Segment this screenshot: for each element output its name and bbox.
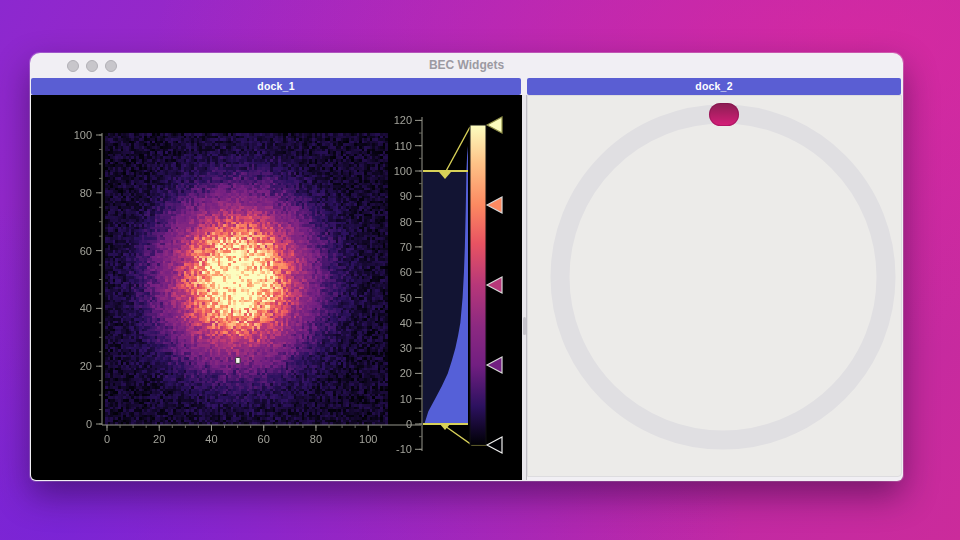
ring-track [560, 114, 886, 440]
gradient-tick-handle[interactable] [487, 277, 502, 293]
lut-tick-label: 10 [400, 393, 412, 405]
gradient-tick-handle[interactable] [487, 437, 502, 453]
lut-tick-label: 90 [400, 190, 412, 202]
x-tick-label: 40 [205, 433, 217, 445]
x-tick-label: 100 [359, 433, 377, 445]
lut-tick-label: 100 [394, 165, 412, 177]
level-connector-high [445, 127, 470, 173]
lut-tick-label: 20 [400, 367, 412, 379]
x-tick-label: 60 [258, 433, 270, 445]
lut-tick-label: 70 [400, 241, 412, 253]
dock1-plot-panel: 0204060801000204060801001201101009080706… [31, 95, 522, 480]
lut-tick-label: 40 [400, 317, 412, 329]
y-tick-label: 80 [80, 187, 92, 199]
lut-tick-label: 0 [406, 418, 412, 430]
desktop-background: BEC Widgets dock_1 dock_2 02040608010002… [0, 0, 960, 540]
dock2-title: dock_2 [695, 80, 732, 92]
gradient-colorbar[interactable] [470, 125, 486, 445]
dock1-title: dock_1 [257, 80, 294, 92]
gradient-tick-handle[interactable] [487, 357, 502, 373]
lut-tick-label: 30 [400, 342, 412, 354]
dock2-panel [527, 95, 902, 477]
gradient-tick-handle[interactable] [487, 197, 502, 213]
x-tick-label: 20 [153, 433, 165, 445]
y-tick-label: 40 [80, 302, 92, 314]
ring-progress-indicator [709, 103, 739, 126]
lut-tick-label: -10 [396, 443, 412, 455]
lut-tick-label: 60 [400, 266, 412, 278]
y-tick-label: 100 [74, 129, 92, 141]
y-tick-label: 60 [80, 245, 92, 257]
crosshair-dot [236, 357, 241, 363]
window-title: BEC Widgets [30, 53, 903, 78]
gradient-tick-handle[interactable] [487, 117, 502, 133]
y-tick-label: 0 [86, 418, 92, 430]
lut-tick-label: 80 [400, 216, 412, 228]
lut-tick-label: 120 [394, 114, 412, 126]
y-tick-label: 20 [80, 360, 92, 372]
app-window: BEC Widgets dock_1 dock_2 02040608010002… [30, 53, 903, 481]
splitter-grip-icon [523, 317, 526, 335]
plot-axes-and-histogram-lut[interactable]: 0204060801000204060801001201101009080706… [31, 95, 522, 480]
x-tick-label: 80 [310, 433, 322, 445]
ring-progress-widget [528, 96, 901, 476]
window-titlebar[interactable]: BEC Widgets [30, 53, 903, 78]
dock2-header[interactable]: dock_2 [527, 78, 901, 95]
x-tick-label: 0 [104, 433, 110, 445]
dock1-header[interactable]: dock_1 [31, 78, 521, 95]
lut-tick-label: 50 [400, 292, 412, 304]
lut-tick-label: 110 [394, 140, 412, 152]
